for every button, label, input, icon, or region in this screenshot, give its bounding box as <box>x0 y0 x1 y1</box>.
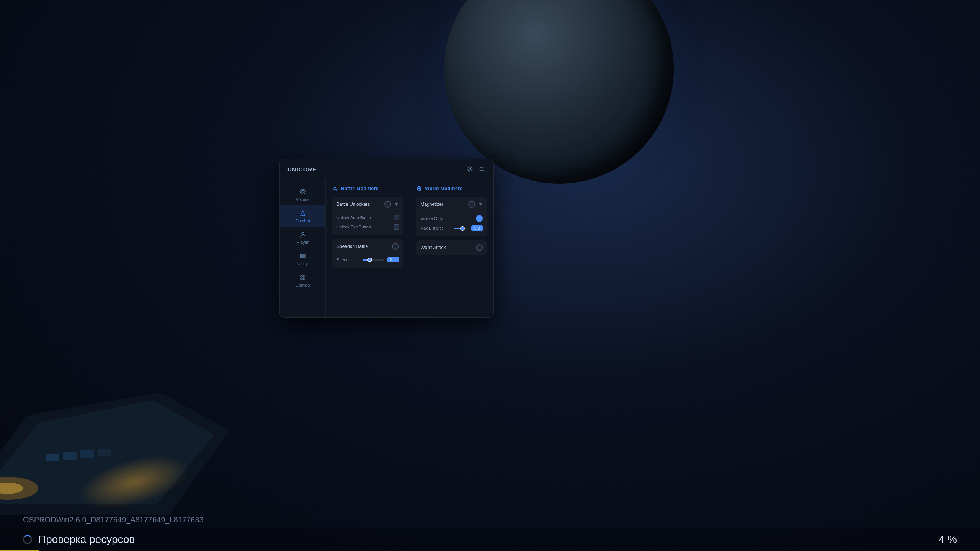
max-distance-label: Max Distance <box>421 226 451 230</box>
battle-modifiers-title: Battle Modifiers <box>341 186 379 191</box>
magnetizer-body: Visible Only Max Distance 9.0 <box>416 212 488 236</box>
battle-unlockers-body: Unlock Auto Battle Unlock Exit Button <box>332 212 403 235</box>
sidebar-item-configs[interactable]: Configs <box>280 270 325 291</box>
svg-rect-55 <box>300 256 305 258</box>
battle-unlockers-toggle[interactable] <box>384 201 391 208</box>
settings-icon[interactable] <box>466 165 474 173</box>
svg-rect-54 <box>300 254 305 256</box>
magnetizer-header[interactable]: Magnetizer ▼ <box>416 197 488 212</box>
svg-point-0 <box>46 30 46 31</box>
battle-modifiers-icon <box>332 186 338 192</box>
wont-attack-controls <box>476 244 483 251</box>
visible-only-label: Visible Only <box>421 216 443 221</box>
main-modal: UNICORE <box>279 159 494 318</box>
sidebar-item-utility[interactable]: Utility <box>280 248 325 270</box>
header-icons <box>466 165 486 173</box>
speed-value: 2.0 <box>387 257 399 262</box>
unlock-auto-battle-label: Unlock Auto Battle <box>336 215 371 220</box>
world-modifiers-panel: World Modifiers Magnetizer ▼ Visible Onl… <box>410 179 494 317</box>
svg-point-1 <box>95 57 96 58</box>
battle-unlockers-chevron[interactable]: ▼ <box>394 202 399 207</box>
visible-only-row: Visible Only <box>421 213 483 224</box>
unlock-exit-button-toggle[interactable] <box>394 224 399 230</box>
sidebar-item-combat[interactable]: Combat <box>280 205 325 227</box>
battle-unlockers-controls: ▼ <box>384 201 399 208</box>
sidebar-item-visuals[interactable]: Visuals <box>280 184 325 205</box>
max-distance-slider[interactable] <box>454 228 469 229</box>
player-icon <box>299 231 307 238</box>
svg-point-50 <box>469 168 471 170</box>
speedup-battle-body: Speed 2.0 <box>332 254 403 268</box>
modal-title: UNICORE <box>287 166 317 173</box>
content-area: Battle Modifiers Battle Unlockers ▼ Unlo… <box>326 179 493 317</box>
battle-modifiers-panel: Battle Modifiers Battle Unlockers ▼ Unlo… <box>326 179 410 317</box>
loading-percent: 4 % <box>939 533 957 546</box>
unlock-auto-battle-toggle[interactable] <box>394 215 399 220</box>
sidebar: Visuals Combat Player <box>280 179 326 317</box>
sidebar-combat-label: Combat <box>295 218 310 223</box>
utility-icon <box>299 252 307 260</box>
wont-attack-title: Won't Attack <box>421 245 446 250</box>
battle-modifiers-header: Battle Modifiers <box>332 186 403 192</box>
svg-rect-44 <box>46 454 59 461</box>
world-modifiers-title: World Modifiers <box>425 186 463 191</box>
svg-rect-46 <box>80 450 94 458</box>
battle-unlockers-title: Battle Unlockers <box>336 202 370 207</box>
magnetizer-controls: ▼ <box>468 201 483 208</box>
max-distance-value: 9.0 <box>471 225 483 231</box>
battle-unlockers-header[interactable]: Battle Unlockers ▼ <box>332 197 403 212</box>
unlock-auto-battle-row: Unlock Auto Battle <box>336 213 399 222</box>
speedup-battle-controls <box>392 243 399 250</box>
sidebar-configs-label: Configs <box>296 283 310 287</box>
speed-slider-row: Speed 2.0 <box>336 255 399 264</box>
svg-point-53 <box>302 232 304 235</box>
loading-bar-container: Проверка ресурсов 4 % <box>0 528 980 551</box>
stars-background <box>0 0 115 57</box>
modal-body: Visuals Combat Player <box>280 179 493 317</box>
wont-attack-header[interactable]: Won't Attack <box>416 240 488 255</box>
max-distance-slider-row: Max Distance 9.0 <box>421 224 483 233</box>
max-distance-slider-fill <box>454 228 461 229</box>
unlock-exit-button-label: Unlock Exit Button <box>336 225 371 229</box>
sidebar-visuals-label: Visuals <box>296 197 309 202</box>
speedup-battle-section: Speedup Battle Speed 2.0 <box>332 239 403 268</box>
loading-spinner <box>23 535 32 544</box>
speed-slider-thumb[interactable] <box>368 258 372 262</box>
svg-rect-45 <box>63 452 77 460</box>
sidebar-player-label: Player <box>297 240 309 245</box>
visuals-icon <box>299 188 307 196</box>
wont-attack-toggle[interactable] <box>476 244 483 251</box>
svg-rect-56 <box>301 275 302 277</box>
svg-rect-47 <box>98 449 111 456</box>
max-distance-slider-thumb[interactable] <box>460 226 465 231</box>
configs-icon <box>299 274 307 281</box>
svg-point-52 <box>301 191 304 193</box>
magnetizer-title: Magnetizer <box>421 202 443 207</box>
magnetizer-toggle[interactable] <box>468 201 475 208</box>
svg-rect-57 <box>303 275 305 277</box>
battle-unlockers-section: Battle Unlockers ▼ Unlock Auto Battle Un… <box>332 197 403 235</box>
speed-slider[interactable] <box>363 259 384 261</box>
world-modifiers-icon <box>416 186 422 192</box>
visible-only-toggle[interactable] <box>476 215 483 222</box>
svg-rect-59 <box>303 278 305 280</box>
magnetizer-chevron[interactable]: ▼ <box>478 202 483 207</box>
unlock-exit-button-row: Unlock Exit Button <box>336 222 399 231</box>
svg-rect-58 <box>301 278 302 280</box>
speedup-battle-header[interactable]: Speedup Battle <box>332 239 403 254</box>
combat-icon <box>299 209 307 217</box>
sidebar-item-player[interactable]: Player <box>280 227 325 248</box>
search-icon[interactable] <box>478 165 486 173</box>
speedup-battle-title: Speedup Battle <box>336 244 368 249</box>
magnetizer-section: Magnetizer ▼ Visible Only Max Distance <box>416 197 488 236</box>
sidebar-utility-label: Utility <box>297 261 308 266</box>
version-text: OSPRODWin2.6.0_D8177649_A8177649_L817763… <box>23 515 203 524</box>
modal-header: UNICORE <box>280 159 493 179</box>
loading-text: Проверка ресурсов <box>38 533 939 546</box>
speed-label: Speed <box>336 258 359 262</box>
wont-attack-section: Won't Attack <box>416 240 488 255</box>
world-modifiers-header: World Modifiers <box>416 186 488 192</box>
speedup-battle-toggle[interactable] <box>392 243 399 250</box>
